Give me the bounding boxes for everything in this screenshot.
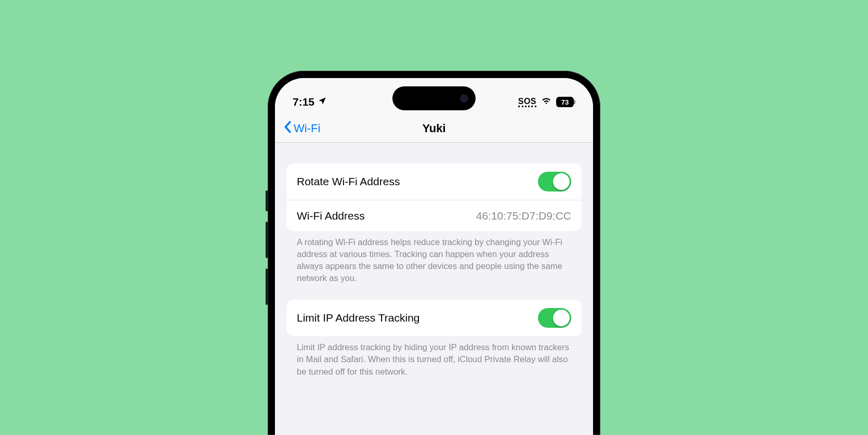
limit-ip-label: Limit IP Address Tracking bbox=[297, 312, 420, 324]
limit-ip-toggle[interactable] bbox=[538, 308, 571, 328]
back-label: Wi-Fi bbox=[294, 122, 320, 135]
rotate-wifi-label: Rotate Wi-Fi Address bbox=[297, 175, 400, 188]
location-icon bbox=[318, 96, 327, 108]
volume-up-button bbox=[266, 222, 268, 258]
mute-switch bbox=[266, 190, 268, 211]
nav-bar: Wi-Fi Yuki bbox=[275, 114, 593, 143]
wifi-icon bbox=[541, 95, 552, 109]
wifi-address-footer: A rotating Wi-Fi address helps reduce tr… bbox=[286, 231, 582, 300]
limit-ip-row[interactable]: Limit IP Address Tracking bbox=[286, 300, 582, 336]
wifi-address-row[interactable]: Wi-Fi Address 46:10:75:D7:D9:CC bbox=[286, 200, 582, 231]
battery-tip bbox=[574, 100, 575, 104]
limit-ip-footer: Limit IP address tracking by hiding your… bbox=[286, 336, 582, 393]
status-time: 7:15 bbox=[293, 96, 314, 108]
wifi-address-value: 46:10:75:D7:D9:CC bbox=[476, 210, 571, 222]
status-right: SOS 73 bbox=[518, 95, 575, 109]
toggle-knob bbox=[553, 310, 570, 326]
back-button[interactable]: Wi-Fi bbox=[283, 121, 320, 136]
wifi-address-label: Wi-Fi Address bbox=[297, 210, 365, 222]
battery-level: 73 bbox=[556, 97, 574, 107]
rotate-wifi-row[interactable]: Rotate Wi-Fi Address bbox=[286, 163, 582, 200]
phone-frame: 7:15 SOS 73 Wi-Fi bbox=[268, 71, 600, 435]
limit-ip-group: Limit IP Address Tracking bbox=[286, 300, 582, 336]
toggle-knob bbox=[553, 173, 570, 190]
chevron-left-icon bbox=[283, 121, 292, 136]
volume-down-button bbox=[266, 268, 268, 305]
front-camera bbox=[460, 94, 468, 103]
sos-indicator: SOS bbox=[518, 97, 536, 107]
status-left: 7:15 bbox=[293, 96, 327, 108]
content: Rotate Wi-Fi Address Wi-Fi Address 46:10… bbox=[275, 143, 593, 393]
dynamic-island bbox=[392, 86, 476, 110]
rotate-wifi-toggle[interactable] bbox=[538, 172, 571, 191]
screen: 7:15 SOS 73 Wi-Fi bbox=[275, 78, 593, 435]
nav-title: Yuki bbox=[422, 122, 445, 135]
wifi-address-group: Rotate Wi-Fi Address Wi-Fi Address 46:10… bbox=[286, 163, 582, 231]
battery-indicator: 73 bbox=[556, 97, 575, 107]
